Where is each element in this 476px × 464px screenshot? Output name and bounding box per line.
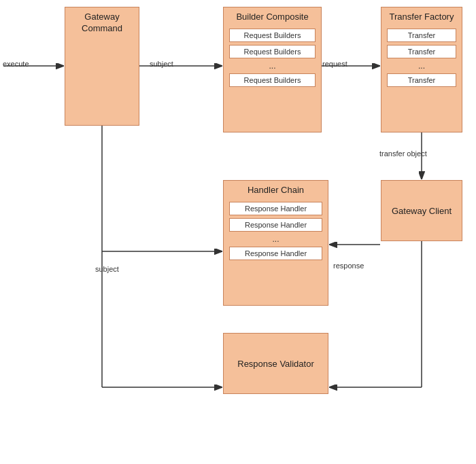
handler-chain-box: Handler Chain Response Handler Response … [223,180,328,306]
dots-handler: ... [224,234,328,244]
transfer-3: Transfer [387,73,456,87]
gateway-client-title: Gateway Client [389,202,454,220]
request-builders-2: Request Builders [229,45,316,58]
transfer-2: Transfer [387,45,456,58]
builder-composite-box: Builder Composite Request Builders Reque… [223,7,322,132]
diagram: Gateway Command Builder Composite Reques… [0,0,476,464]
response-label: response [333,262,364,270]
transfer-factory-title: Transfer Factory [381,7,462,26]
transfer-1: Transfer [387,29,456,42]
transfer-factory-box: Transfer Factory Transfer Transfer ... T… [381,7,462,132]
request-builders-1: Request Builders [229,29,316,42]
gateway-client-box: Gateway Client [381,180,462,241]
response-handler-3: Response Handler [229,247,322,260]
subject-bottom-label: subject [95,265,119,273]
request-builders-3: Request Builders [229,73,316,87]
handler-chain-title: Handler Chain [224,181,328,199]
execute-label: execute [3,60,29,68]
response-validator-box: Response Validator [223,333,328,394]
dots-transfer: ... [381,61,462,71]
response-validator-title: Response Validator [235,355,317,373]
dots-builder: ... [224,61,321,71]
transfer-object-label: transfer object [379,149,427,158]
subject-top-label: subject [150,60,173,68]
gateway-command-title: Gateway Command [65,7,139,37]
request-label: request [322,60,347,68]
response-handler-2: Response Handler [229,218,322,232]
response-handler-1: Response Handler [229,202,322,215]
builder-composite-title: Builder Composite [224,7,321,26]
gateway-command-box: Gateway Command [65,7,139,126]
